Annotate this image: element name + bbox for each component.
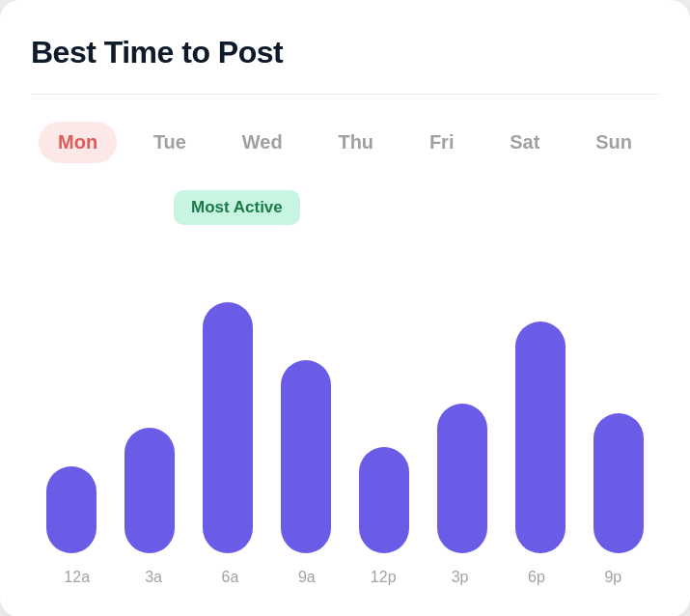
divider [31, 94, 659, 95]
day-tab-mon[interactable]: Mon [39, 122, 117, 163]
time-label-3p: 3p [422, 569, 498, 586]
bar-9a [281, 360, 331, 553]
bar-wrapper-3p [428, 244, 495, 553]
most-active-badge: Most Active [174, 190, 300, 225]
bar-3p [437, 404, 487, 553]
time-label-12a: 12a [39, 569, 115, 586]
day-tab-sun[interactable]: Sun [576, 122, 651, 163]
time-label-6p: 6p [498, 569, 574, 586]
day-tab-thu[interactable]: Thu [318, 122, 393, 163]
day-tab-sat[interactable]: Sat [490, 122, 559, 163]
best-time-card: Best Time to Post MonTueWedThuFriSatSun … [0, 0, 690, 616]
day-tab-fri[interactable]: Fri [410, 122, 474, 163]
day-tab-wed[interactable]: Wed [223, 122, 302, 163]
bar-6p [515, 322, 566, 553]
time-labels: 12a3a6a9a12p3p6p9p [31, 553, 659, 586]
page-title: Best Time to Post [31, 35, 659, 70]
bar-wrapper-3a [117, 244, 183, 553]
bar-12a [46, 466, 97, 553]
bar-wrapper-9p [585, 244, 651, 553]
time-label-3a: 3a [115, 569, 191, 586]
bar-12p [359, 447, 409, 553]
time-label-6a: 6a [192, 569, 268, 586]
bar-wrapper-6p [507, 244, 573, 553]
day-tabs: MonTueWedThuFriSatSun [31, 122, 659, 163]
bars-container [31, 198, 659, 553]
bar-6a [203, 302, 253, 553]
day-tab-tue[interactable]: Tue [134, 122, 206, 163]
bar-wrapper-12a [39, 244, 105, 553]
bar-wrapper-6a [195, 244, 262, 553]
time-label-9a: 9a [268, 569, 345, 586]
bar-3a [124, 428, 175, 553]
time-label-9p: 9p [575, 569, 651, 586]
bar-9p [593, 413, 644, 553]
bar-wrapper-12p [351, 244, 418, 553]
time-label-12p: 12p [345, 569, 422, 586]
bar-wrapper-9a [273, 244, 340, 553]
chart-area: Most Active 12a3a6a9a12p3p6p9p [31, 198, 659, 586]
